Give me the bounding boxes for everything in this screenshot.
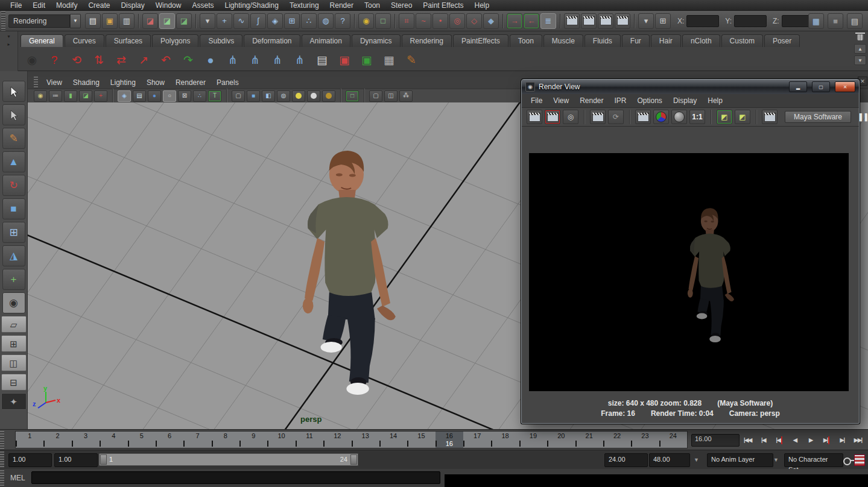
pause-ipr-icon[interactable]: ▌▌ [860,113,868,121]
snap-to-grids-button[interactable]: ⌗ [399,13,414,29]
shaded-display-icon[interactable]: ● [148,90,161,102]
shelf-fold-controls[interactable]: ▾▸ [0,31,18,71]
range-end-handle[interactable] [350,454,357,465]
menu-window[interactable]: Window [150,0,187,11]
paint-selection-tool-button[interactable]: ✎ [2,128,25,149]
scale-tool-button[interactable]: ■ [2,198,25,219]
render-image-area[interactable] [529,153,849,391]
set-key-icon[interactable] [843,457,851,465]
orbit-camera-icon[interactable]: ⟲ [69,52,84,68]
renderer-selector-button[interactable]: Maya Software [785,111,851,123]
menu-create[interactable]: Create [83,0,115,11]
select-rendering-mask-button[interactable]: ◍ [318,13,334,29]
alpha-channel-icon[interactable] [671,110,687,124]
panel-menu-renderer[interactable]: Renderer [170,77,211,88]
selection-mask-dropdown[interactable]: ▾ [200,13,215,29]
open-render-view-button[interactable] [564,13,580,29]
menu-lighting-shading[interactable]: Lighting/Shading [219,0,284,11]
single-pane-layout-button[interactable]: ▱ [1,316,27,333]
shelf-tab-fur[interactable]: Fur [622,34,650,47]
shelf-tab-fluids[interactable]: Fluids [584,34,621,47]
character-set-selector[interactable]: No Character Set [784,453,843,467]
menu-file[interactable]: File [5,0,27,11]
timeline-frame-21[interactable]: 21 [575,432,603,448]
timeline-frame-7[interactable]: 7 [183,432,211,448]
hardware-texturing-icon[interactable]: ◧ [262,90,275,102]
show-manipulator-tool-button[interactable]: + [2,269,25,290]
menu-help[interactable]: Help [469,0,495,11]
render-view-menu-ipr[interactable]: IPR [609,95,632,106]
menu-texturing[interactable]: Texturing [284,0,325,11]
persp-outliner-layout-button[interactable]: ◫ [1,354,27,371]
timeline-frame-12[interactable]: 12 [323,432,351,448]
smooth-shade-icon[interactable]: ■ [247,90,260,102]
single-view-icon[interactable]: ▢ [369,90,382,102]
xray-display-icon[interactable]: ⊠ [178,90,191,102]
step-forward-frame-button[interactable]: ▶| [835,433,850,447]
menu-assets[interactable]: Assets [186,0,219,11]
shelf-tab-poser[interactable]: Poser [764,34,800,47]
play-backwards-button[interactable]: ◀ [787,433,802,447]
snapshot-icon[interactable]: ◎ [563,110,578,124]
snap-to-view-planes-button[interactable]: ◇ [466,13,482,29]
command-grip[interactable] [0,470,4,486]
absolute-transform-button[interactable]: ⊞ [655,13,671,29]
book-view-icon[interactable]: ◫ [384,90,398,102]
anim-layer-selector[interactable]: No Anim Layer [707,453,773,467]
shelf-tab-dynamics[interactable]: Dynamics [352,34,401,47]
keep-image-icon[interactable]: ◩ [717,110,732,124]
select-deformations-mask-button[interactable]: ⊞ [284,13,300,29]
maximize-button[interactable]: ▢ [812,81,830,92]
go-to-end-button[interactable]: ▶▶| [851,433,866,447]
shelf-tab-general[interactable]: General [21,34,63,47]
remove-image-icon[interactable]: ◩ [735,110,750,124]
input-connections-button[interactable]: → [507,13,522,29]
render-view-menu-view[interactable]: View [548,95,574,106]
universal-manipulator-button[interactable]: ⊞ [2,222,25,243]
make-live-button[interactable]: ◆ [483,13,499,29]
help-icon[interactable]: ? [46,52,62,68]
shelf-tab-ncloth[interactable]: nCloth [682,34,720,47]
key-light-icon[interactable] [292,90,305,102]
range-slider-bar[interactable]: 1 24 [99,453,358,466]
panel-menu-shading[interactable]: Shading [68,77,105,88]
shelf-trash-icon[interactable] [857,33,864,40]
film-gate-icon[interactable]: ▤ [133,90,146,102]
move-tool-button[interactable]: ▲ [2,151,25,172]
rotate-tool-button[interactable]: ↻ [2,175,25,196]
graph-nodes-icon-2[interactable]: ⋔ [247,52,263,68]
selection-constraint-icon[interactable]: ▣ [337,52,352,68]
refresh-ipr-icon[interactable]: ⟳ [608,110,624,124]
attribute-editor-button[interactable]: ▤ [847,13,863,29]
animation-start-field[interactable]: 1.00 [8,453,52,467]
shelf-tab-painteffects[interactable]: PaintEffects [453,34,508,47]
animation-end-field[interactable]: 48.00 [649,453,690,467]
menu-toon[interactable]: Toon [359,0,385,11]
shelf-tab-curves[interactable]: Curves [65,34,104,47]
select-all-mask-button[interactable]: + [217,13,232,29]
timeline-frame-22[interactable]: 22 [603,432,631,448]
step-back-frame-button[interactable]: |◀ [756,433,771,447]
current-time-field[interactable]: 16.00 [691,434,740,447]
shelf-tab-rendering[interactable]: Rendering [402,34,452,47]
auto-keyframe-toggle-icon[interactable] [854,454,865,466]
graph-nodes-icon-3[interactable]: ⋔ [270,52,285,68]
camera-attributes-icon[interactable]: ≔ [49,90,62,102]
timeline-frame-18[interactable]: 18 [491,432,519,448]
shelf-scroll-up-button[interactable]: ▲ [854,44,866,54]
mel-command-input[interactable] [31,471,440,484]
timeline-frame-13[interactable]: 13 [352,432,379,448]
gold-light-icon[interactable] [322,90,335,102]
range-start-handle[interactable] [100,454,107,465]
lasso-select-tool-button[interactable] [2,104,25,125]
character-set-dropdown-arrow-icon[interactable]: ▼ [773,457,779,463]
output-connections-button[interactable]: ← [524,13,539,29]
bookmarks-icon[interactable]: ▮ [64,90,77,102]
persp-graph-layout-button[interactable]: ⊟ [1,374,27,391]
timeline-frame-9[interactable]: 9 [239,432,267,448]
panel-menubar-grip[interactable] [34,77,38,89]
select-hierarchy-button[interactable]: ◪ [142,13,158,29]
construction-history-button[interactable]: ≣ [540,13,556,29]
panel-menu-panels[interactable]: Panels [211,77,244,88]
isolate-select-icon[interactable]: □ [346,90,359,102]
